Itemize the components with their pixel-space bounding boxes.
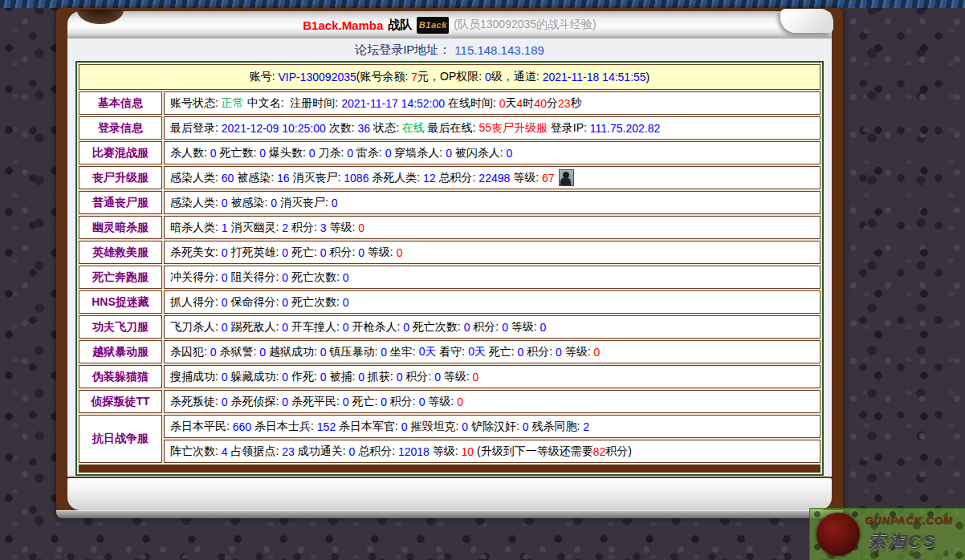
row-label: 普通丧尸服 bbox=[79, 191, 162, 214]
stat-text: 0 bbox=[594, 346, 601, 359]
row-label: 伪装躲猫猫 bbox=[79, 365, 162, 388]
stat-text: 2 bbox=[282, 221, 288, 234]
page-corner-decoration bbox=[780, 9, 833, 33]
stat-text: 等级: bbox=[425, 395, 457, 409]
stat-text: (账号余额: bbox=[356, 70, 411, 84]
stat-text: 时 bbox=[523, 96, 534, 111]
stat-text: 死亡: bbox=[288, 246, 320, 260]
stat-text: 感染人类: bbox=[170, 171, 222, 185]
stat-text: 60 bbox=[222, 172, 234, 185]
table-row: 功夫飞刀服飞刀杀人: 0 踢死敌人: 0 开车撞人: 0 开枪杀人: 0 死亡次… bbox=[79, 315, 820, 339]
stat-text: 0 bbox=[222, 197, 228, 209]
stat-text: 0 bbox=[523, 420, 529, 433]
stat-text: 残杀同胞: bbox=[529, 420, 584, 434]
stat-text: 次数: bbox=[326, 121, 358, 136]
stat-text: 坐牢: bbox=[387, 345, 419, 359]
row-stats: 搜捕成功: 0 躲藏成功: 0 作死: 0 被捕: 0 抓获: 0 积分: 0 … bbox=[164, 365, 820, 388]
row-stats: 杀囚犯: 0 杀狱警: 0 越狱成功: 0 镇压暴动: 0 坐牢: 0天 看守:… bbox=[164, 340, 820, 363]
stat-text: 被捕: bbox=[327, 370, 359, 384]
stat-text: 23 bbox=[282, 445, 295, 458]
stat-text: ) bbox=[646, 71, 650, 83]
stat-text: 等级: bbox=[508, 320, 540, 335]
stat-text: 开车撞人: bbox=[288, 320, 343, 335]
row-stats: 杀死叛徒: 0 杀死侦探: 0 杀死平民: 0 死亡: 0 积分: 0 等级: … bbox=[164, 390, 820, 413]
stat-text: 作死: bbox=[288, 370, 320, 384]
table-row: 死亡奔跑服冲关得分: 0 阻关得分: 0 死亡次数: 0 bbox=[79, 266, 820, 289]
stats-rows: 基本信息账号状态: 正常 中文名: 注册时间: 2021-11-17 14:52… bbox=[79, 91, 820, 463]
watermark-site-text: GUNPACK.COM bbox=[865, 514, 953, 526]
stat-text: 23 bbox=[558, 97, 571, 110]
row-stats: 最后登录: 2021-12-09 10:25:00 次数: 36 状态: 在线 … bbox=[164, 116, 820, 140]
header-note: (队员130092035的战斗经验) bbox=[454, 18, 596, 32]
stat-text: 杀囚犯: bbox=[170, 345, 210, 359]
stat-text: 0 bbox=[259, 346, 266, 359]
stat-text: 12018 bbox=[398, 445, 430, 458]
stat-text: 0 bbox=[518, 346, 524, 359]
stat-text: 冲关得分: bbox=[170, 270, 222, 285]
stat-text: 杀日本军官: bbox=[336, 420, 401, 434]
row-label: 丧尸升级服 bbox=[79, 166, 162, 189]
stat-text: 消灭丧尸: bbox=[277, 196, 332, 210]
stat-text: 0 bbox=[403, 321, 409, 334]
stat-text: 积分: bbox=[523, 345, 556, 359]
stat-text: 4 bbox=[517, 97, 523, 110]
stat-text: 死亡次数: bbox=[409, 320, 464, 335]
stat-text: 打死英雄: bbox=[228, 246, 283, 260]
page-curl-decoration bbox=[77, 10, 124, 24]
row-label: 死亡奔跑服 bbox=[79, 266, 162, 289]
stat-text: 保命得分: bbox=[228, 295, 283, 310]
row-stats: 杀死美女: 0 打死英雄: 0 死亡: 0 积分: 0 等级: 0 bbox=[164, 241, 820, 264]
row-stats: 杀日本平民: 660 杀日本士兵: 152 杀日本军官: 0 摧毁坦克: 0 铲… bbox=[164, 415, 820, 438]
stat-text: 0 bbox=[358, 221, 364, 234]
stat-text: 0 bbox=[385, 147, 392, 160]
stat-text: 看守: bbox=[436, 345, 468, 359]
stat-text: 67 bbox=[542, 172, 555, 185]
stat-text: 10 bbox=[462, 445, 474, 458]
stat-text: 12 bbox=[423, 172, 436, 185]
stat-text: 积分: bbox=[327, 246, 359, 260]
stat-text: 积分: bbox=[470, 320, 502, 335]
stat-text: 摧毁坦克: bbox=[408, 420, 462, 434]
stat-text: 7 bbox=[411, 71, 417, 83]
stat-text: 0 bbox=[320, 246, 327, 259]
stat-text: 0 bbox=[222, 271, 228, 284]
stat-text: 积分: bbox=[288, 221, 320, 235]
stat-text: 踢死敌人: bbox=[228, 320, 283, 335]
stat-text: 消灭幽灵: bbox=[228, 221, 283, 235]
stat-text: 0 bbox=[210, 147, 217, 160]
stat-text: 杀狱警: bbox=[217, 345, 260, 359]
row-label: 登录信息 bbox=[79, 116, 162, 140]
stat-text: 积分: bbox=[402, 370, 434, 384]
table-row: 登录信息最后登录: 2021-12-09 10:25:00 次数: 36 状态:… bbox=[79, 116, 820, 140]
stat-text: 镇压暴动: bbox=[327, 345, 381, 359]
panel-bottom-edge bbox=[56, 510, 843, 518]
stat-text: 0 bbox=[473, 371, 479, 383]
watermark: GUNPACK.COM 索淘CS bbox=[809, 508, 965, 560]
top-blue-strip bbox=[0, 0, 965, 8]
stat-text: 元，OP权限: bbox=[417, 70, 485, 84]
stat-text: 0 bbox=[309, 147, 316, 160]
stat-text: 杀死叛徒: bbox=[170, 395, 222, 409]
row-label: 比赛混战服 bbox=[79, 141, 162, 164]
stat-text: 0 bbox=[381, 396, 387, 408]
row-label: 基本信息 bbox=[79, 91, 162, 115]
watermark-brand-text: 索淘CS bbox=[868, 530, 938, 554]
table-row: 丧尸升级服感染人类: 60 被感染: 16 消灭丧尸: 1086 杀死人类: 1… bbox=[79, 166, 820, 189]
stat-text: 0 bbox=[381, 346, 387, 359]
stat-text: 登录IP: bbox=[548, 121, 590, 136]
table-row: 幽灵暗杀服暗杀人类: 1 消灭幽灵: 2 积分: 3 等级: 0 bbox=[79, 216, 820, 239]
stat-text: 1 bbox=[222, 221, 228, 234]
gunpack-logo-icon bbox=[816, 513, 860, 556]
stat-text: 0 bbox=[332, 197, 338, 209]
stat-text: 积分: bbox=[387, 395, 419, 409]
stat-text: VIP-130092035 bbox=[278, 71, 356, 83]
stat-text: 爆头数: bbox=[266, 146, 309, 160]
stat-text: 2021-11-18 14:51:55 bbox=[543, 71, 646, 83]
stat-text: 0 bbox=[259, 147, 266, 160]
stat-text: 22498 bbox=[478, 172, 510, 185]
row-stats: 杀人数: 0 死亡数: 0 爆头数: 0 刀杀: 0 雷杀: 0 穿墙杀人: 0… bbox=[164, 141, 820, 164]
row-label: 英雄救美服 bbox=[79, 241, 162, 264]
stat-text: 0 bbox=[397, 371, 403, 383]
stat-text: 0 bbox=[358, 246, 364, 259]
stat-text: 总积分: bbox=[436, 171, 479, 185]
